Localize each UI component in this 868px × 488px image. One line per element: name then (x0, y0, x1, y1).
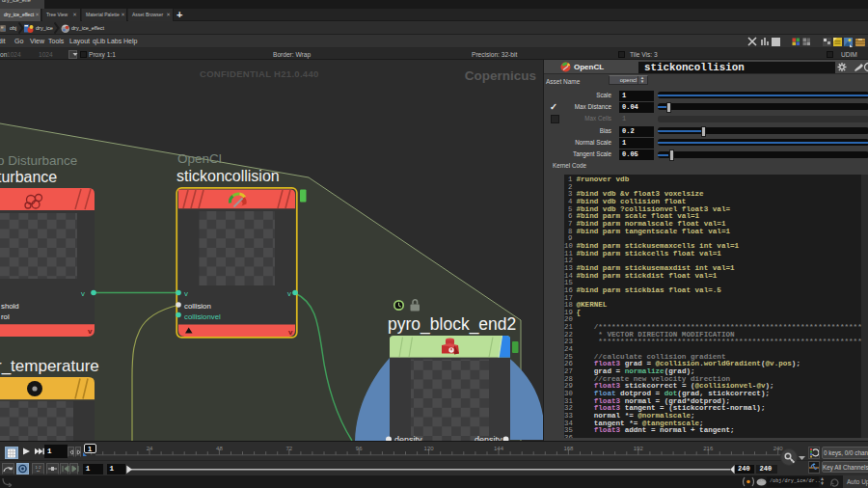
svg-text:pyro_block_end2: pyro_block_end2 (388, 314, 516, 335)
svg-text:v: v (184, 289, 188, 298)
svg-text:v: v (288, 328, 293, 337)
svg-text:shold: shold (1, 302, 19, 311)
svg-text:v: v (81, 289, 85, 298)
svg-text:turbance: turbance (0, 169, 57, 185)
svg-text:v: v (88, 327, 93, 336)
svg-text:144: 144 (494, 446, 504, 451)
svg-text:72: 72 (285, 446, 292, 451)
svg-text:v: v (287, 289, 291, 298)
svg-text:r_temperature: r_temperature (0, 357, 99, 375)
svg-text:192: 192 (634, 446, 644, 451)
svg-text:Copernicus: Copernicus (465, 68, 536, 83)
svg-text:collisionvel: collisionvel (184, 312, 221, 321)
svg-text:24: 24 (147, 446, 153, 451)
svg-text:rol: rol (1, 312, 10, 321)
svg-text:OpenCl: OpenCl (177, 151, 222, 166)
svg-text:216: 216 (703, 446, 714, 451)
svg-text:96: 96 (356, 446, 363, 451)
svg-text:48: 48 (216, 446, 223, 451)
svg-text:CONFIDENTIAL H21.0.440: CONFIDENTIAL H21.0.440 (200, 68, 319, 79)
svg-text:o Disturbance: o Disturbance (0, 153, 77, 168)
svg-text:120: 120 (424, 446, 435, 451)
svg-text:collision: collision (184, 302, 211, 311)
svg-text:168: 168 (563, 446, 574, 451)
svg-text:stickoncollision: stickoncollision (176, 168, 280, 184)
